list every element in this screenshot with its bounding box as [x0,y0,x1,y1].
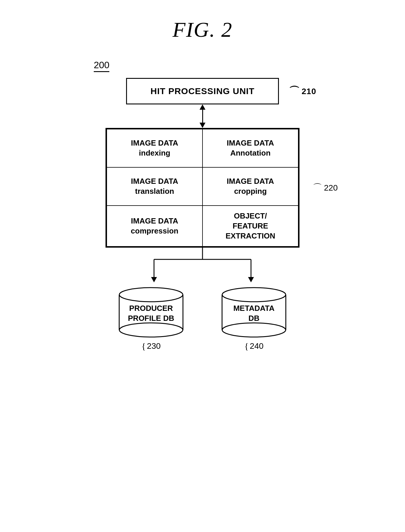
cell-indexing: IMAGE DATAindexing [107,129,202,167]
metadata-db-item: METADATADB { 240 [222,286,286,351]
svg-point-14 [222,323,286,337]
metadata-db-ref: { 240 [244,341,263,351]
grid-box-220: IMAGE DATAindexing IMAGE DATAAnnotation … [106,128,299,248]
db-row: PRODUCERPROFILE DB { 230 [106,286,299,351]
cell-compression: IMAGE DATAcompression [107,206,202,246]
cell-extraction: OBJECT/FEATUREEXTRACTION [202,206,298,246]
svg-point-10 [119,288,183,302]
metadata-db-label: METADATADB [225,303,283,323]
cell-cropping: IMAGE DATAcropping [202,167,298,206]
arrows-svg [106,248,299,286]
grid-table: IMAGE DATAindexing IMAGE DATAAnnotation … [106,129,299,247]
hit-processing-label: HIT PROCESSING UNIT [150,86,255,96]
ref-label-210: ⌒ 210 [289,84,316,99]
page-container: FIG. 2 200 HIT PROCESSING UNIT ⌒ 210 [0,0,405,532]
cell-annotation: IMAGE DATAAnnotation [202,129,298,167]
cell-translation: IMAGE DATAtranslation [107,167,202,206]
figure-title: FIG. 2 [173,18,232,42]
svg-marker-5 [248,277,254,282]
ref-label-220: ⌒ 220 [313,181,338,194]
ref-label-200: 200 [94,60,109,72]
svg-point-15 [222,288,286,302]
svg-marker-4 [151,277,157,282]
split-arrows [106,248,299,286]
producer-db-item: PRODUCERPROFILE DB { 230 [119,286,183,351]
arrow-up-head [200,104,205,110]
arrow-down-head [200,123,205,128]
arrow-vertical-line [202,110,203,123]
svg-point-9 [119,323,183,337]
diagram-container: 200 HIT PROCESSING UNIT ⌒ 210 [70,60,335,351]
producer-db-ref: { 230 [141,341,160,351]
hit-processing-unit-box: HIT PROCESSING UNIT ⌒ 210 [126,78,279,104]
producer-db-label: PRODUCERPROFILE DB [122,303,180,323]
